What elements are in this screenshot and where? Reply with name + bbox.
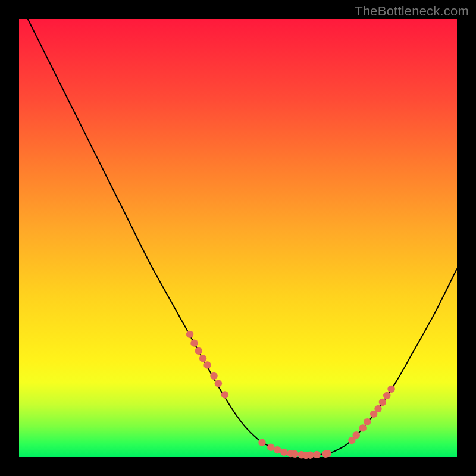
marker-point	[306, 451, 314, 458]
marker-point	[267, 444, 274, 451]
marker-point	[274, 446, 281, 453]
plot-area	[19, 19, 457, 457]
marker-point	[324, 450, 331, 457]
marker-point	[190, 339, 198, 346]
marker-point	[221, 391, 228, 398]
marker-point	[291, 450, 298, 458]
chart-stage: TheBottleneck.com	[0, 0, 476, 476]
marker-group	[186, 331, 395, 459]
marker-point	[353, 431, 360, 439]
marker-point	[364, 418, 371, 425]
marker-point	[215, 380, 222, 387]
curve-layer	[19, 19, 457, 457]
watermark-text: TheBottleneck.com	[355, 4, 469, 19]
marker-point	[313, 451, 320, 458]
marker-point	[258, 439, 265, 446]
marker-point	[387, 386, 394, 393]
marker-point	[383, 392, 390, 399]
marker-point	[280, 449, 287, 456]
marker-point	[195, 347, 202, 355]
marker-point	[374, 405, 381, 412]
marker-point	[210, 372, 217, 380]
marker-point	[379, 399, 386, 406]
marker-point	[359, 424, 367, 431]
marker-point	[199, 355, 206, 362]
marker-point	[186, 331, 193, 338]
marker-point	[203, 361, 211, 368]
